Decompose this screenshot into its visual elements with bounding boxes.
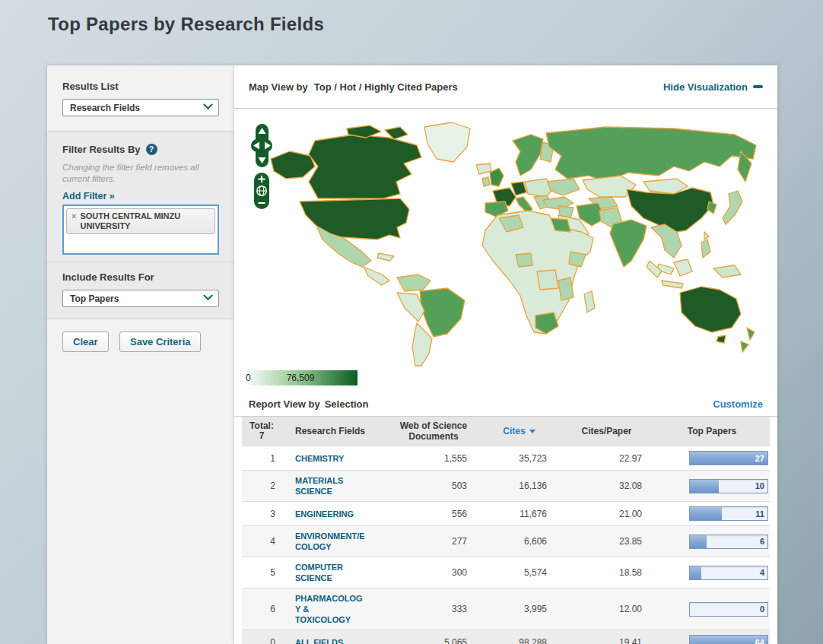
filter-tag[interactable]: × SOUTH CENTRAL MINZU UNIVERSITY xyxy=(66,208,215,234)
country-greenland xyxy=(424,122,470,162)
map-zoom-control[interactable] xyxy=(254,173,269,209)
visualization-header: Map View by Top / Hot / Highly Cited Pap… xyxy=(234,65,777,109)
col-wos-documents[interactable]: Web of Science Documents xyxy=(388,417,479,446)
cites-value: 5,574 xyxy=(479,557,559,588)
country-russia xyxy=(546,127,756,182)
cites-per-paper-value: 32.08 xyxy=(559,471,654,502)
cites-per-paper-value: 22.97 xyxy=(559,446,654,471)
world-map[interactable] xyxy=(248,112,773,370)
filter-heading: Filter Results By ? xyxy=(62,144,219,155)
island-new-guinea xyxy=(713,265,741,278)
top-papers-value: 10 xyxy=(755,481,764,490)
table-row: 5 COMPUTER SCIENCE 300 5,574 18.58 4 xyxy=(242,557,770,588)
col-top-papers[interactable]: Top Papers xyxy=(654,417,770,446)
legend-min-value: 0 xyxy=(246,373,251,383)
region-congo xyxy=(537,270,558,290)
field-link[interactable]: MATERIALS SCIENCE xyxy=(295,476,343,496)
bar-fill xyxy=(690,507,722,520)
cites-value: 35,723 xyxy=(479,446,559,471)
top-papers-bar: 10 xyxy=(689,479,768,493)
island-tasmania xyxy=(717,335,726,343)
minus-icon xyxy=(753,85,763,88)
cites-value: 3,995 xyxy=(479,588,559,630)
field-link[interactable]: ALL FIELDS xyxy=(295,638,343,644)
page-title: Top Papers by Research Fields xyxy=(48,14,324,35)
col-research-fields[interactable]: Research Fields xyxy=(281,417,388,446)
add-filter-link[interactable]: Add Filter » xyxy=(62,191,115,201)
filter-note: Changing the filter field removes all cu… xyxy=(62,162,219,185)
cites-value: 16,136 xyxy=(479,471,559,502)
cites-value: 11,676 xyxy=(479,502,559,526)
top-papers-value: 6 xyxy=(760,537,764,546)
cites-per-paper-value: 12.00 xyxy=(559,588,654,630)
top-papers-bar: 0 xyxy=(689,602,768,617)
customize-link[interactable]: Customize xyxy=(713,398,763,410)
country-india xyxy=(610,220,647,267)
sidebar: Results List Research Fields Filter Resu… xyxy=(47,65,234,644)
top-papers-value: 27 xyxy=(755,454,764,463)
top-papers-bar: 27 xyxy=(689,451,768,465)
legend-max-value: 76,509 xyxy=(287,373,315,383)
field-link[interactable]: PHARMACOLOG Y & TOXICOLOGY xyxy=(295,594,363,624)
top-papers-value: 64 xyxy=(755,638,764,644)
filter-box[interactable]: × SOUTH CENTRAL MINZU UNIVERSITY xyxy=(62,205,219,255)
country-cuba xyxy=(377,253,394,261)
row-rank: 5 xyxy=(242,557,281,588)
clear-button[interactable]: Clear xyxy=(62,332,109,352)
row-rank: 0 xyxy=(242,630,281,644)
field-link[interactable]: COMPUTER SCIENCE xyxy=(295,563,343,582)
row-rank: 4 xyxy=(242,526,281,557)
cites-per-paper-value: 19.41 xyxy=(559,630,654,644)
region-scandinavia xyxy=(513,135,543,176)
field-link[interactable]: ENGINEERING xyxy=(295,509,354,519)
table-row: 2 MATERIALS SCIENCE 503 16,136 32.08 10 xyxy=(242,471,770,502)
country-new-zealand xyxy=(741,341,748,352)
save-criteria-button[interactable]: Save Criteria xyxy=(119,332,202,352)
results-list-section: Results List Research Fields xyxy=(47,65,234,132)
help-icon[interactable]: ? xyxy=(146,144,157,155)
region-colombia-venezuela xyxy=(397,274,431,291)
chevron-down-icon xyxy=(203,100,213,109)
wos-documents-value: 333 xyxy=(388,588,479,630)
report-table: Total: 7 Research Fields Web of Science … xyxy=(242,417,770,644)
filter-heading-label: Filter Results By xyxy=(62,144,141,155)
map-pan-control[interactable] xyxy=(251,124,272,167)
wos-documents-value: 503 xyxy=(388,471,479,502)
include-results-dropdown[interactable]: Top Papers xyxy=(62,290,219,307)
col-cites-per-paper[interactable]: Cites/Paper xyxy=(559,417,654,446)
top-papers-value: 11 xyxy=(755,509,764,519)
table-row: 6 PHARMACOLOG Y & TOXICOLOGY 333 3,995 1… xyxy=(242,588,770,630)
region-argentina-chile xyxy=(412,323,432,366)
table-row: 1 CHEMISTRY 1,555 35,723 22.97 27 xyxy=(242,446,770,471)
results-list-heading: Results List xyxy=(62,81,219,92)
country-philippines xyxy=(701,240,710,258)
results-list-dropdown[interactable]: Research Fields xyxy=(62,99,219,116)
table-row: 3 ENGINEERING 556 11,676 21.00 11 xyxy=(242,502,770,526)
report-header: Report View by Selection Customize xyxy=(234,392,777,417)
row-rank: 2 xyxy=(242,471,281,502)
remove-filter-icon[interactable]: × xyxy=(71,211,76,221)
island-sumatra xyxy=(647,261,662,278)
field-link[interactable]: CHEMISTRY xyxy=(295,454,344,463)
filter-section: Filter Results By ? Changing the filter … xyxy=(47,132,234,262)
map-area: 0 76,509 xyxy=(234,109,777,392)
map-controls[interactable] xyxy=(234,109,280,215)
hide-visualization-button[interactable]: Hide Visualization xyxy=(663,81,763,93)
main-panel: Map View by Top / Hot / Highly Cited Pap… xyxy=(234,65,777,644)
field-link[interactable]: ENVIRONMENT/E COLOGY xyxy=(295,531,365,551)
region-east-africa xyxy=(558,278,574,300)
country-ethiopia xyxy=(569,252,586,267)
col-cites[interactable]: Cites xyxy=(479,417,559,446)
country-ireland xyxy=(482,177,490,186)
country-ukraine xyxy=(548,179,580,195)
top-papers-value: 4 xyxy=(760,568,764,577)
table-header-row: Total: 7 Research Fields Web of Science … xyxy=(242,417,770,446)
island-borneo xyxy=(674,259,692,276)
bar-fill xyxy=(690,535,707,548)
include-results-heading: Include Results For xyxy=(62,271,219,283)
map-view-title: Top / Hot / Highly Cited Papers xyxy=(314,81,458,93)
country-japan xyxy=(723,191,742,224)
island-java xyxy=(662,281,683,288)
report-view-title: Selection xyxy=(325,398,369,410)
table-row: 4 ENVIRONMENT/E COLOGY 277 6,606 23.85 6 xyxy=(242,526,770,557)
